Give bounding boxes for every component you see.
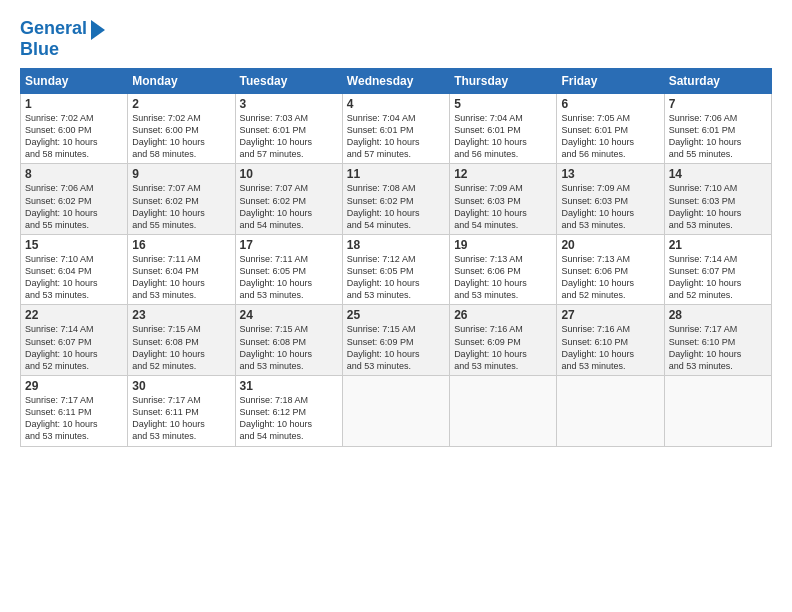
day-info: Sunrise: 7:16 AM Sunset: 6:10 PM Dayligh… [561, 324, 634, 370]
logo-arrow-icon [91, 20, 105, 40]
day-info: Sunrise: 7:11 AM Sunset: 6:05 PM Dayligh… [240, 254, 313, 300]
day-info: Sunrise: 7:11 AM Sunset: 6:04 PM Dayligh… [132, 254, 205, 300]
day-info: Sunrise: 7:04 AM Sunset: 6:01 PM Dayligh… [454, 113, 527, 159]
day-info: Sunrise: 7:07 AM Sunset: 6:02 PM Dayligh… [240, 183, 313, 229]
day-info: Sunrise: 7:15 AM Sunset: 6:09 PM Dayligh… [347, 324, 420, 370]
day-cell: 2Sunrise: 7:02 AM Sunset: 6:00 PM Daylig… [128, 93, 235, 164]
day-number: 27 [561, 308, 659, 322]
day-cell: 13Sunrise: 7:09 AM Sunset: 6:03 PM Dayli… [557, 164, 664, 235]
day-cell: 14Sunrise: 7:10 AM Sunset: 6:03 PM Dayli… [664, 164, 771, 235]
day-number: 29 [25, 379, 123, 393]
day-number: 14 [669, 167, 767, 181]
day-number: 9 [132, 167, 230, 181]
day-number: 4 [347, 97, 445, 111]
logo-text: General [20, 19, 87, 39]
day-cell: 10Sunrise: 7:07 AM Sunset: 6:02 PM Dayli… [235, 164, 342, 235]
day-info: Sunrise: 7:17 AM Sunset: 6:11 PM Dayligh… [132, 395, 205, 441]
calendar-table: SundayMondayTuesdayWednesdayThursdayFrid… [20, 68, 772, 447]
day-number: 28 [669, 308, 767, 322]
day-number: 8 [25, 167, 123, 181]
day-number: 26 [454, 308, 552, 322]
day-number: 31 [240, 379, 338, 393]
day-cell [664, 376, 771, 447]
week-row-2: 8Sunrise: 7:06 AM Sunset: 6:02 PM Daylig… [21, 164, 772, 235]
day-number: 18 [347, 238, 445, 252]
calendar-body: 1Sunrise: 7:02 AM Sunset: 6:00 PM Daylig… [21, 93, 772, 446]
day-number: 16 [132, 238, 230, 252]
day-cell [342, 376, 449, 447]
day-info: Sunrise: 7:12 AM Sunset: 6:05 PM Dayligh… [347, 254, 420, 300]
day-cell: 5Sunrise: 7:04 AM Sunset: 6:01 PM Daylig… [450, 93, 557, 164]
day-number: 20 [561, 238, 659, 252]
day-cell: 6Sunrise: 7:05 AM Sunset: 6:01 PM Daylig… [557, 93, 664, 164]
day-cell: 31Sunrise: 7:18 AM Sunset: 6:12 PM Dayli… [235, 376, 342, 447]
day-info: Sunrise: 7:06 AM Sunset: 6:01 PM Dayligh… [669, 113, 742, 159]
day-cell: 15Sunrise: 7:10 AM Sunset: 6:04 PM Dayli… [21, 234, 128, 305]
day-cell: 16Sunrise: 7:11 AM Sunset: 6:04 PM Dayli… [128, 234, 235, 305]
day-info: Sunrise: 7:14 AM Sunset: 6:07 PM Dayligh… [25, 324, 98, 370]
column-header-thursday: Thursday [450, 68, 557, 93]
day-number: 25 [347, 308, 445, 322]
day-cell: 4Sunrise: 7:04 AM Sunset: 6:01 PM Daylig… [342, 93, 449, 164]
day-number: 17 [240, 238, 338, 252]
day-cell [450, 376, 557, 447]
week-row-5: 29Sunrise: 7:17 AM Sunset: 6:11 PM Dayli… [21, 376, 772, 447]
day-number: 11 [347, 167, 445, 181]
day-cell: 8Sunrise: 7:06 AM Sunset: 6:02 PM Daylig… [21, 164, 128, 235]
day-number: 5 [454, 97, 552, 111]
day-info: Sunrise: 7:07 AM Sunset: 6:02 PM Dayligh… [132, 183, 205, 229]
day-info: Sunrise: 7:08 AM Sunset: 6:02 PM Dayligh… [347, 183, 420, 229]
column-header-sunday: Sunday [21, 68, 128, 93]
day-cell: 9Sunrise: 7:07 AM Sunset: 6:02 PM Daylig… [128, 164, 235, 235]
day-number: 1 [25, 97, 123, 111]
day-number: 12 [454, 167, 552, 181]
column-header-friday: Friday [557, 68, 664, 93]
day-info: Sunrise: 7:10 AM Sunset: 6:03 PM Dayligh… [669, 183, 742, 229]
day-number: 19 [454, 238, 552, 252]
day-number: 3 [240, 97, 338, 111]
day-number: 2 [132, 97, 230, 111]
day-cell: 7Sunrise: 7:06 AM Sunset: 6:01 PM Daylig… [664, 93, 771, 164]
day-info: Sunrise: 7:15 AM Sunset: 6:08 PM Dayligh… [132, 324, 205, 370]
day-cell: 22Sunrise: 7:14 AM Sunset: 6:07 PM Dayli… [21, 305, 128, 376]
day-cell: 24Sunrise: 7:15 AM Sunset: 6:08 PM Dayli… [235, 305, 342, 376]
day-number: 15 [25, 238, 123, 252]
day-info: Sunrise: 7:02 AM Sunset: 6:00 PM Dayligh… [25, 113, 98, 159]
day-cell: 30Sunrise: 7:17 AM Sunset: 6:11 PM Dayli… [128, 376, 235, 447]
day-cell: 23Sunrise: 7:15 AM Sunset: 6:08 PM Dayli… [128, 305, 235, 376]
day-info: Sunrise: 7:06 AM Sunset: 6:02 PM Dayligh… [25, 183, 98, 229]
column-header-wednesday: Wednesday [342, 68, 449, 93]
day-number: 22 [25, 308, 123, 322]
logo-text2: Blue [20, 40, 59, 60]
day-cell: 29Sunrise: 7:17 AM Sunset: 6:11 PM Dayli… [21, 376, 128, 447]
day-info: Sunrise: 7:04 AM Sunset: 6:01 PM Dayligh… [347, 113, 420, 159]
day-number: 6 [561, 97, 659, 111]
day-info: Sunrise: 7:17 AM Sunset: 6:11 PM Dayligh… [25, 395, 98, 441]
day-info: Sunrise: 7:17 AM Sunset: 6:10 PM Dayligh… [669, 324, 742, 370]
day-info: Sunrise: 7:13 AM Sunset: 6:06 PM Dayligh… [454, 254, 527, 300]
day-cell: 19Sunrise: 7:13 AM Sunset: 6:06 PM Dayli… [450, 234, 557, 305]
day-cell: 21Sunrise: 7:14 AM Sunset: 6:07 PM Dayli… [664, 234, 771, 305]
day-info: Sunrise: 7:15 AM Sunset: 6:08 PM Dayligh… [240, 324, 313, 370]
day-cell: 20Sunrise: 7:13 AM Sunset: 6:06 PM Dayli… [557, 234, 664, 305]
logo: General Blue [20, 18, 105, 60]
column-header-tuesday: Tuesday [235, 68, 342, 93]
day-number: 7 [669, 97, 767, 111]
day-info: Sunrise: 7:14 AM Sunset: 6:07 PM Dayligh… [669, 254, 742, 300]
day-number: 10 [240, 167, 338, 181]
header: General Blue [20, 18, 772, 60]
column-header-monday: Monday [128, 68, 235, 93]
day-cell: 27Sunrise: 7:16 AM Sunset: 6:10 PM Dayli… [557, 305, 664, 376]
day-info: Sunrise: 7:05 AM Sunset: 6:01 PM Dayligh… [561, 113, 634, 159]
day-info: Sunrise: 7:02 AM Sunset: 6:00 PM Dayligh… [132, 113, 205, 159]
day-info: Sunrise: 7:03 AM Sunset: 6:01 PM Dayligh… [240, 113, 313, 159]
week-row-4: 22Sunrise: 7:14 AM Sunset: 6:07 PM Dayli… [21, 305, 772, 376]
day-cell: 18Sunrise: 7:12 AM Sunset: 6:05 PM Dayli… [342, 234, 449, 305]
day-cell [557, 376, 664, 447]
day-info: Sunrise: 7:10 AM Sunset: 6:04 PM Dayligh… [25, 254, 98, 300]
day-cell: 25Sunrise: 7:15 AM Sunset: 6:09 PM Dayli… [342, 305, 449, 376]
day-info: Sunrise: 7:18 AM Sunset: 6:12 PM Dayligh… [240, 395, 313, 441]
day-cell: 3Sunrise: 7:03 AM Sunset: 6:01 PM Daylig… [235, 93, 342, 164]
day-info: Sunrise: 7:09 AM Sunset: 6:03 PM Dayligh… [454, 183, 527, 229]
header-row: SundayMondayTuesdayWednesdayThursdayFrid… [21, 68, 772, 93]
